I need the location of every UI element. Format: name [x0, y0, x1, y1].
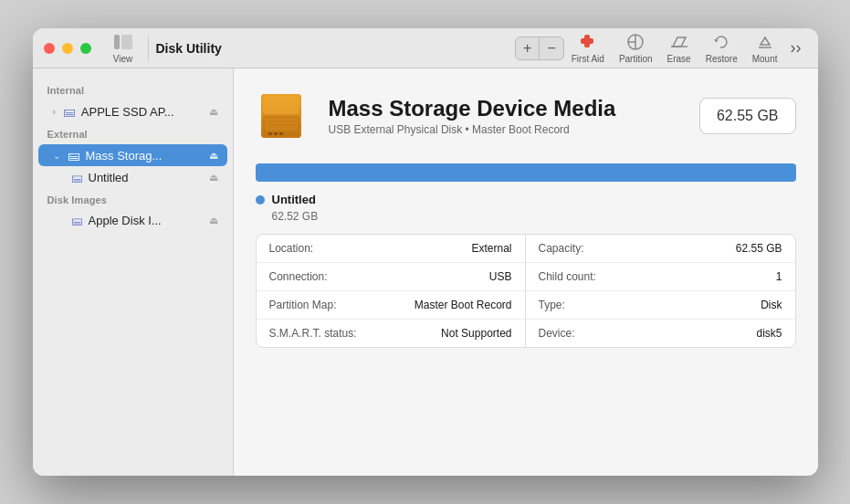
eject-icon: ⏏: [209, 106, 218, 118]
first-aid-label: First Aid: [572, 54, 604, 64]
sidebar-item-mass-storage[interactable]: ⌄ 🖴 Mass Storag... ⏏: [38, 144, 227, 166]
svg-rect-14: [265, 118, 298, 131]
partition-map-label: Partition Map:: [269, 299, 337, 311]
child-count-value: 1: [776, 270, 782, 283]
main-content: Internal › 🖴 APPLE SSD AP... ⏏ External …: [33, 68, 818, 476]
info-row-smart: S.M.A.R.T. status: Not Supported: [257, 320, 525, 347]
storage-bar: [256, 163, 796, 182]
chevron-down-icon: ⌄: [53, 151, 60, 161]
svg-rect-0: [114, 35, 120, 49]
sidebar-untitled-label: Untitled: [89, 171, 204, 184]
capacity-value: 62.55 GB: [736, 242, 782, 255]
chevron-right-icon: ›: [53, 107, 56, 117]
erase-icon: [669, 32, 689, 52]
partition-map-value: Master Boot Record: [415, 299, 512, 311]
sidebar-item-mass-label: Mass Storag...: [86, 149, 204, 163]
more-button[interactable]: ››: [785, 35, 807, 61]
minimize-button[interactable]: [62, 43, 73, 54]
info-col-right: Capacity: 62.55 GB Child count: 1 Type: …: [526, 235, 795, 347]
device-value: disk5: [756, 327, 782, 340]
type-value: Disk: [761, 299, 782, 311]
partition-size: 62.52 GB: [272, 210, 796, 223]
sidebar-section-disk-images: Disk Images: [33, 189, 233, 209]
sidebar-apple-disk-label: Apple Disk I...: [89, 214, 204, 227]
location-value: External: [471, 242, 511, 255]
content-panel: Mass Storage Device Media USB External P…: [234, 68, 818, 476]
sidebar-item-apple-ssd[interactable]: › 🖴 APPLE SSD AP... ⏏: [38, 100, 227, 122]
restore-label: Restore: [706, 54, 738, 64]
connection-value: USB: [489, 270, 512, 283]
titlebar: View Disk Utility + − First Aid: [33, 28, 818, 68]
maximize-button[interactable]: [80, 43, 91, 54]
svg-rect-9: [263, 96, 299, 114]
info-row-partition-map: Partition Map: Master Boot Record: [257, 291, 525, 320]
close-button[interactable]: [44, 43, 55, 54]
toolbar-divider-1: [148, 36, 149, 61]
info-row-location: Location: External: [257, 235, 525, 263]
capacity-label: Capacity:: [539, 242, 584, 255]
info-grid: Location: External Connection: USB Parti…: [256, 234, 796, 348]
view-icon: [113, 32, 133, 52]
sidebar-item-untitled[interactable]: 🖴 Untitled ⏏: [38, 167, 227, 188]
volume-controls[interactable]: + −: [515, 37, 564, 60]
storage-bar-container: [256, 163, 796, 182]
first-aid-icon: [578, 32, 598, 52]
erase-button[interactable]: Erase: [660, 28, 698, 68]
device-info: Mass Storage Device Media USB External P…: [329, 96, 685, 137]
disk-icon-untitled: 🖴: [71, 171, 83, 184]
view-button[interactable]: View: [106, 28, 141, 68]
disk-icon-external: 🖴: [68, 148, 80, 163]
device-icon: [256, 87, 314, 145]
sidebar: Internal › 🖴 APPLE SSD AP... ⏏ External …: [33, 68, 234, 476]
view-label: View: [113, 54, 133, 64]
sidebar-section-internal: Internal: [33, 79, 233, 100]
mount-icon: [755, 32, 775, 52]
child-count-label: Child count:: [539, 270, 596, 283]
device-label: Device:: [539, 327, 575, 340]
connection-label: Connection:: [269, 270, 328, 283]
mount-label: Mount: [752, 54, 778, 64]
main-window: View Disk Utility + − First Aid: [33, 28, 818, 476]
smart-value: Not Supported: [441, 327, 511, 340]
svg-rect-13: [279, 132, 283, 135]
device-name: Mass Storage Device Media: [329, 96, 685, 122]
disk-icon-apple: 🖴: [71, 214, 83, 227]
restore-icon: [711, 32, 731, 52]
type-label: Type:: [539, 299, 565, 311]
mount-button[interactable]: Mount: [745, 28, 785, 68]
info-col-left: Location: External Connection: USB Parti…: [257, 235, 526, 347]
sidebar-section-external: External: [33, 123, 233, 143]
restore-button[interactable]: Restore: [698, 28, 745, 68]
partition-label: Partition: [619, 54, 653, 64]
first-aid-button[interactable]: First Aid: [564, 28, 612, 68]
svg-rect-12: [274, 132, 278, 135]
svg-rect-11: [268, 132, 272, 135]
partition-button[interactable]: Partition: [612, 28, 660, 68]
eject-icon-mass: ⏏: [209, 150, 218, 162]
disk-icon: 🖴: [63, 104, 76, 119]
erase-label: Erase: [667, 54, 691, 64]
partition-dot: [256, 195, 265, 205]
app-title: Disk Utility: [156, 41, 222, 56]
info-row-child-count: Child count: 1: [526, 263, 795, 291]
info-row-type: Type: Disk: [526, 291, 795, 320]
device-subtitle: USB External Physical Disk • Master Boot…: [329, 123, 685, 136]
traffic-lights: [44, 43, 91, 54]
partition-info: Untitled: [256, 193, 796, 206]
smart-label: S.M.A.R.T. status:: [269, 327, 357, 340]
device-header: Mass Storage Device Media USB External P…: [256, 87, 796, 145]
sidebar-item-label: APPLE SSD AP...: [81, 105, 204, 119]
location-label: Location:: [269, 242, 314, 255]
svg-rect-1: [121, 35, 132, 49]
info-row-device: Device: disk5: [526, 320, 795, 347]
sidebar-item-apple-disk[interactable]: 🖴 Apple Disk I... ⏏: [38, 210, 227, 231]
info-row-connection: Connection: USB: [257, 263, 525, 291]
remove-volume-button[interactable]: −: [540, 37, 562, 59]
partition-icon: [625, 32, 645, 52]
partition-name: Untitled: [272, 193, 316, 206]
eject-icon-apple-disk: ⏏: [209, 215, 218, 226]
add-volume-button[interactable]: +: [516, 37, 540, 59]
eject-icon-untitled: ⏏: [209, 172, 218, 184]
device-size-badge: 62.55 GB: [699, 98, 796, 134]
info-row-capacity: Capacity: 62.55 GB: [526, 235, 795, 263]
